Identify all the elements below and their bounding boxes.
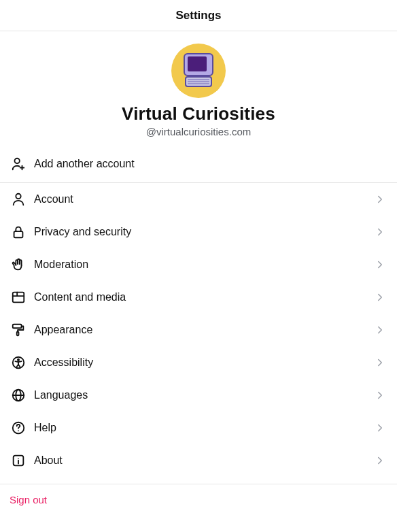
- settings-item-label: Moderation: [34, 259, 374, 271]
- svg-rect-15: [13, 325, 22, 329]
- header: Settings: [0, 0, 397, 31]
- svg-point-25: [18, 458, 19, 459]
- settings-item-label: Privacy and security: [34, 226, 374, 238]
- layout-icon: [11, 290, 34, 305]
- chevron-right-icon: [374, 324, 386, 336]
- hand-icon: [11, 257, 34, 272]
- svg-point-18: [18, 359, 19, 361]
- profile-section: Virtual Curiosities @virtualcuriosities.…: [0, 31, 397, 146]
- svg-rect-2: [188, 56, 207, 71]
- divider: [0, 484, 397, 484]
- signout-button[interactable]: Sign out: [0, 484, 397, 515]
- svg-rect-16: [17, 332, 19, 336]
- svg-point-7: [15, 159, 20, 163]
- help-icon: [11, 420, 34, 435]
- settings-item-accessibility[interactable]: Accessibility: [0, 346, 397, 379]
- chevron-right-icon: [374, 454, 386, 467]
- settings-item-privacy[interactable]: Privacy and security: [0, 216, 397, 248]
- settings-item-about[interactable]: About: [0, 444, 397, 477]
- settings-item-label: Help: [34, 422, 374, 434]
- chevron-right-icon: [374, 422, 386, 434]
- display-name: Virtual Curiosities: [122, 103, 275, 124]
- svg-point-10: [16, 194, 20, 199]
- svg-rect-11: [14, 231, 23, 237]
- settings-item-label: Account: [34, 193, 374, 205]
- settings-item-help[interactable]: Help: [0, 412, 397, 444]
- avatar-image: [177, 50, 220, 92]
- person-icon: [11, 192, 34, 207]
- info-icon: [11, 453, 34, 468]
- svg-point-23: [18, 430, 19, 431]
- add-account-button[interactable]: Add another account: [0, 146, 397, 183]
- paint-roller-icon: [11, 322, 34, 337]
- handle: @virtualcuriosities.com: [146, 126, 251, 137]
- chevron-right-icon: [374, 389, 386, 401]
- chevron-right-icon: [374, 259, 386, 271]
- avatar[interactable]: [171, 44, 226, 98]
- chevron-right-icon: [374, 291, 386, 303]
- settings-item-label: Content and media: [34, 291, 374, 303]
- settings-item-content[interactable]: Content and media: [0, 281, 397, 314]
- chevron-right-icon: [374, 356, 386, 369]
- settings-item-appearance[interactable]: Appearance: [0, 314, 397, 346]
- settings-item-label: About: [34, 454, 374, 467]
- settings-item-label: Languages: [34, 389, 374, 401]
- settings-list: Account Privacy and security Moderation: [0, 183, 397, 484]
- settings-item-moderation[interactable]: Moderation: [0, 248, 397, 281]
- add-account-label: Add another account: [34, 158, 135, 170]
- settings-item-label: Appearance: [34, 324, 374, 336]
- svg-rect-12: [13, 293, 24, 303]
- chevron-right-icon: [374, 193, 386, 205]
- page-title: Settings: [175, 9, 221, 22]
- chevron-right-icon: [374, 226, 386, 238]
- settings-item-account[interactable]: Account: [0, 183, 397, 216]
- lock-icon: [11, 225, 34, 239]
- settings-item-label: Accessibility: [34, 356, 374, 369]
- add-user-icon: [11, 156, 34, 171]
- globe-icon: [11, 388, 34, 403]
- settings-item-languages[interactable]: Languages: [0, 379, 397, 412]
- accessibility-icon: [11, 355, 34, 370]
